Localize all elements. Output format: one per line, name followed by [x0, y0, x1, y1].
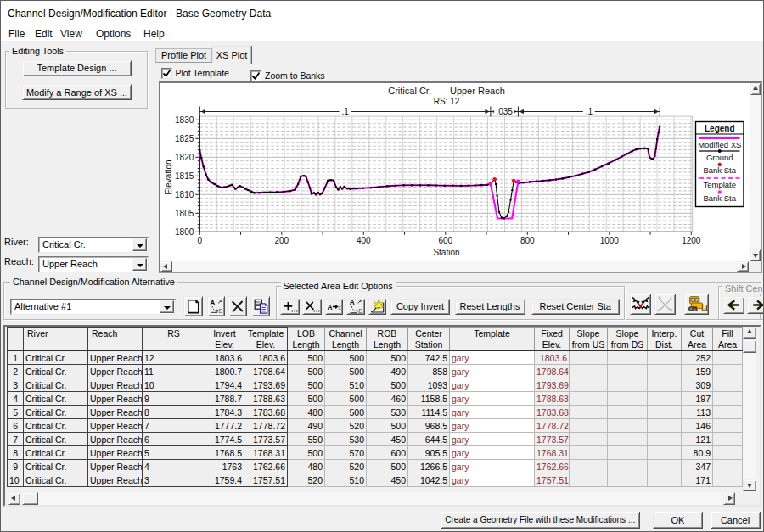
- svg-text:1815: 1815: [175, 171, 194, 181]
- svg-text:Legend: Legend: [705, 124, 735, 133]
- svg-text:Template: Template: [703, 180, 736, 189]
- svg-text:.1: .1: [586, 107, 593, 116]
- svg-text:Bank Sta: Bank Sta: [703, 193, 736, 203]
- svg-text:0: 0: [198, 236, 203, 245]
- svg-text:1820: 1820: [175, 153, 194, 162]
- svg-text:Elevation: Elevation: [164, 160, 173, 194]
- svg-text:Station: Station: [433, 248, 459, 257]
- svg-text:Modified XS: Modified XS: [698, 140, 741, 149]
- svg-text:.1: .1: [341, 107, 349, 116]
- svg-text:RS: 12: RS: 12: [434, 97, 460, 106]
- svg-text:400: 400: [357, 236, 371, 245]
- svg-text:600: 600: [438, 236, 452, 245]
- svg-text:A: A: [349, 299, 354, 306]
- svg-text:1800: 1800: [175, 227, 194, 237]
- svg-text:800: 800: [520, 236, 535, 245]
- svg-text:Critical Cr. - Upper Reach: Critical Cr. - Upper Reach: [388, 86, 505, 96]
- svg-text:Ground: Ground: [706, 153, 733, 162]
- svg-text:1000: 1000: [600, 236, 620, 245]
- svg-text:B: B: [218, 306, 222, 314]
- svg-text:200: 200: [274, 236, 289, 245]
- svg-text:1810: 1810: [175, 190, 194, 199]
- svg-text:1830: 1830: [175, 115, 194, 125]
- svg-text:A: A: [210, 299, 215, 306]
- svg-text:1200: 1200: [682, 236, 701, 245]
- svg-text:B: B: [358, 307, 362, 315]
- svg-text:1805: 1805: [175, 209, 194, 218]
- svg-text:Bank Sta: Bank Sta: [703, 165, 736, 175]
- svg-text:A: A: [327, 303, 332, 311]
- svg-text:.035: .035: [496, 107, 513, 116]
- svg-text:B: B: [337, 303, 342, 311]
- svg-text:1825: 1825: [175, 134, 194, 143]
